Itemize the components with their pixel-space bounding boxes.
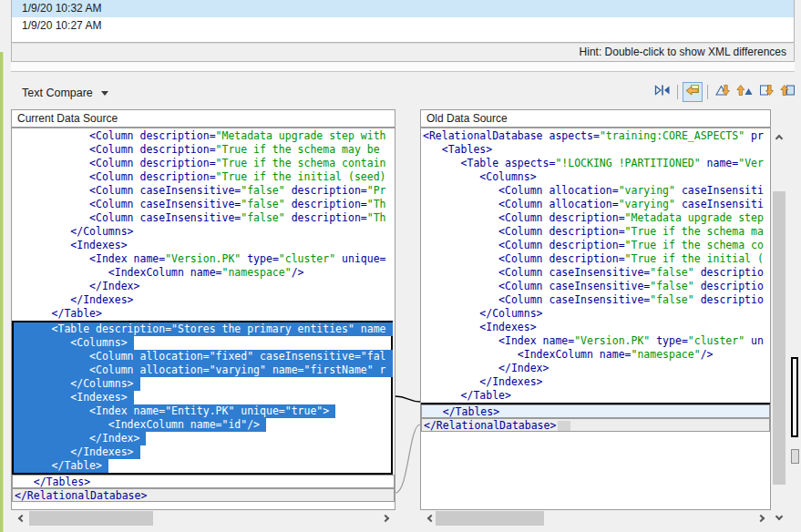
- next-change-button[interactable]: [756, 82, 776, 102]
- compare-editor-window: 1/9/20 10:32 AM1/9/20 10:27 AM Hint: Dou…: [0, 0, 801, 532]
- scrollbar-thumb[interactable]: [773, 191, 786, 485]
- compare-toolbar: [652, 82, 798, 102]
- hint-text: Hint: Double-click to show XML differenc…: [580, 46, 786, 58]
- left-pane-header: Current Data Source: [11, 109, 395, 128]
- code-line[interactable]: <Columns>: [14, 336, 134, 350]
- toolbar-separator: [707, 85, 708, 99]
- code-line[interactable]: <Column caseInsensitive="false" descript…: [423, 266, 770, 280]
- code-line[interactable]: <RelationalDatabase aspects="training:CO…: [423, 129, 770, 143]
- code-line[interactable]: <Index name="Entity.PK" unique="true">: [14, 404, 335, 418]
- code-line[interactable]: <Column caseInsensitive="false" descript…: [14, 198, 395, 211]
- code-line[interactable]: </Columns>: [14, 225, 395, 239]
- hint-bar: Hint: Double-click to show XML differenc…: [11, 43, 795, 62]
- next-difference-button[interactable]: [713, 82, 733, 102]
- code-line[interactable]: </Indexes>: [14, 293, 395, 307]
- code-line[interactable]: <Indexes>: [14, 239, 395, 252]
- code-line[interactable]: <Table description="Stores the primary e…: [14, 322, 393, 336]
- code-line[interactable]: <Columns>: [423, 170, 770, 184]
- chevron-down-icon: [101, 91, 108, 96]
- code-line[interactable]: <Column caseInsensitive="false" descript…: [423, 280, 770, 293]
- code-line[interactable]: </Table>: [423, 389, 770, 403]
- history-panel: 1/9/20 10:32 AM1/9/20 10:27 AM: [11, 0, 795, 43]
- history-row[interactable]: 1/9/20 10:27 AM: [12, 17, 794, 35]
- compare-mode-label: Text Compare: [22, 87, 93, 99]
- swap-left-and-right-view-button[interactable]: [652, 82, 673, 102]
- code-line[interactable]: <IndexColumn name="namespace"/>: [14, 266, 395, 280]
- code-line[interactable]: <Column description="True if the schema …: [423, 225, 770, 239]
- right-pane-title: Old Data Source: [426, 112, 508, 125]
- code-line[interactable]: <Index name="Version.PK" type="cluster" …: [14, 252, 395, 266]
- section-divider: [11, 62, 795, 72]
- left-pane-title: Current Data Source: [17, 112, 118, 125]
- left-code-pane[interactable]: <Column description="Metadata upgrade st…: [11, 128, 395, 510]
- code-line[interactable]: <Column description="True if the schema …: [423, 239, 770, 252]
- copy-right-to-left-icon: [684, 83, 701, 101]
- code-line[interactable]: <Column allocation="fixed" caseInsensiti…: [14, 350, 393, 363]
- code-line[interactable]: </RelationalDatabase>: [12, 488, 395, 502]
- code-line[interactable]: </Index>: [14, 432, 146, 445]
- scrollbar-thumb[interactable]: [436, 511, 544, 526]
- collapsed-region-marker: [558, 421, 570, 431]
- window-edge-strip: [0, 52, 4, 532]
- scroll-up-arrow-icon[interactable]: [772, 129, 786, 144]
- scroll-right-arrow-icon[interactable]: [379, 511, 394, 526]
- diff-annotation-current[interactable]: [791, 357, 798, 437]
- history-row[interactable]: 1/9/20 10:32 AM: [12, 0, 794, 17]
- code-line[interactable]: <Column allocation="varying" caseInsensi…: [423, 198, 770, 211]
- toolbar-separator: [677, 85, 678, 99]
- previous-difference-button[interactable]: [734, 82, 755, 102]
- code-line[interactable]: <IndexColumn name="namespace"/>: [423, 348, 770, 362]
- next-change-icon: [758, 83, 775, 101]
- code-line[interactable]: <Tables>: [423, 143, 770, 157]
- code-line[interactable]: <Column allocation="varying" name="first…: [14, 363, 393, 377]
- code-line[interactable]: </Table>: [14, 307, 395, 321]
- code-line[interactable]: <Column caseInsensitive="false" descript…: [14, 184, 395, 198]
- previous-change-button[interactable]: [778, 82, 798, 102]
- code-line[interactable]: <Column description="True if the initial…: [14, 170, 395, 184]
- right-code-pane[interactable]: <RelationalDatabase aspects="training:CO…: [420, 128, 771, 510]
- code-line[interactable]: </Table>: [14, 459, 108, 473]
- code-line[interactable]: </Indexes>: [423, 375, 770, 389]
- code-line[interactable]: </Columns>: [14, 377, 140, 391]
- scrollbar-thumb[interactable]: [29, 511, 153, 526]
- code-line[interactable]: <Column description="True if the schema …: [14, 143, 395, 157]
- code-line[interactable]: <Column description="True if the initial…: [423, 252, 770, 266]
- code-line[interactable]: </Tables>: [12, 475, 395, 488]
- left-h-scrollbar[interactable]: [11, 510, 395, 527]
- previous-change-icon: [780, 83, 796, 101]
- code-line[interactable]: <Column caseInsensitive="false" descript…: [423, 293, 770, 307]
- diff-connector-canvas: [395, 128, 420, 528]
- right-pane-header: Old Data Source: [420, 109, 771, 128]
- right-h-scrollbar[interactable]: [420, 510, 771, 527]
- scroll-down-arrow-icon[interactable]: [772, 510, 786, 525]
- scroll-right-arrow-icon[interactable]: [755, 511, 769, 526]
- scroll-left-arrow-icon[interactable]: [13, 511, 27, 526]
- code-line[interactable]: <Column caseInsensitive="false" descript…: [14, 211, 395, 225]
- selected-diff-block: <Table description="Stores the primary e…: [12, 321, 393, 475]
- code-line[interactable]: </Index>: [14, 280, 395, 293]
- code-line[interactable]: <Indexes>: [14, 391, 134, 404]
- code-line[interactable]: <Indexes>: [423, 321, 770, 334]
- code-line[interactable]: </RelationalDatabase>: [421, 418, 770, 432]
- code-line[interactable]: <Index name="Version.PK" type="cluster" …: [423, 334, 770, 348]
- code-line[interactable]: </Tables>: [421, 404, 770, 418]
- right-v-scrollbar[interactable]: [771, 128, 788, 527]
- code-line[interactable]: <Column description="True if the schema …: [14, 157, 395, 170]
- code-line[interactable]: <Table aspects="!LOCKING !PARTITIONED" n…: [423, 157, 770, 170]
- compare-mode-bar: Text Compare: [4, 77, 801, 107]
- swap-view-icon: [654, 83, 671, 101]
- next-difference-icon: [714, 83, 731, 101]
- overview-ruler: [789, 128, 801, 527]
- diff-annotation[interactable]: [791, 449, 799, 464]
- code-line[interactable]: </Indexes>: [14, 445, 140, 459]
- code-line[interactable]: <Column description="Metadata upgrade st…: [423, 211, 770, 225]
- code-line[interactable]: </Columns>: [423, 307, 770, 321]
- code-line[interactable]: <Column description="Metadata upgrade st…: [14, 129, 395, 143]
- scroll-left-arrow-icon[interactable]: [422, 511, 436, 526]
- previous-difference-icon: [736, 83, 753, 101]
- code-line[interactable]: <Column allocation="varying" caseInsensi…: [423, 184, 770, 198]
- code-line[interactable]: <IndexColumn name="id"/>: [14, 418, 266, 432]
- copy-all-from-right-to-left-button[interactable]: [683, 82, 703, 102]
- compare-mode-dropdown[interactable]: Text Compare: [18, 84, 112, 102]
- code-line[interactable]: </Index>: [423, 362, 770, 375]
